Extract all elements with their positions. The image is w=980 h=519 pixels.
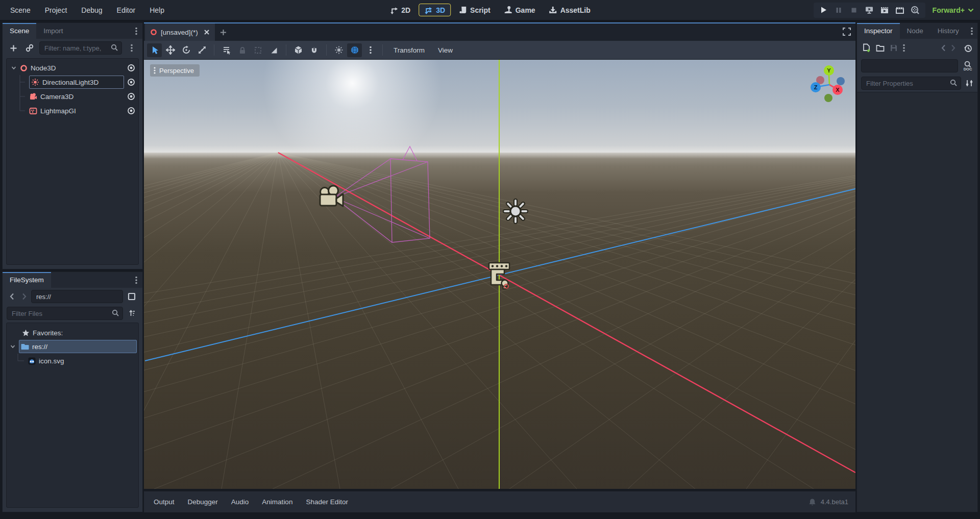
favorites-row[interactable]: Favorites: — [7, 326, 138, 339]
edit-history-icon[interactable] — [964, 44, 972, 53]
viewport-toolbar: Transform View — [144, 41, 855, 60]
right-dock: Inspector Node History DOC — [856, 22, 978, 512]
scene-filter — [39, 41, 122, 55]
history-back-icon[interactable] — [7, 290, 17, 303]
tree-row-node3d[interactable]: Node3D — [7, 61, 138, 75]
tree-row-lightmapgi[interactable]: LightmapGI — [7, 104, 138, 118]
switch-game-button[interactable]: Game — [499, 4, 541, 16]
fs-row-icon-svg[interactable]: icon.svg — [7, 354, 138, 368]
menu-project[interactable]: Project — [38, 0, 75, 20]
instance-scene-icon[interactable] — [23, 41, 36, 55]
panel-audio[interactable]: Audio — [225, 491, 256, 512]
snap-toggle-icon[interactable] — [307, 43, 322, 57]
group-selected-icon[interactable] — [251, 43, 265, 57]
tab-history[interactable]: History — [930, 23, 966, 39]
axis-neg-y-ball[interactable] — [824, 94, 832, 102]
list-select-tool-icon[interactable] — [219, 43, 234, 57]
viewport-3d[interactable]: Y X Z Perspective — [144, 60, 855, 489]
play-button[interactable] — [817, 4, 830, 17]
inspector-name-row: DOC — [857, 57, 977, 75]
ruler-tool-icon[interactable] — [266, 43, 281, 57]
scene-tree-options-icon[interactable] — [125, 41, 138, 55]
filesystem-menu-icon[interactable] — [130, 272, 142, 288]
collapse-arrow-icon[interactable] — [10, 343, 16, 350]
fs-row-res-root[interactable]: res:// — [7, 339, 138, 354]
perspective-menu[interactable]: Perspective — [150, 64, 200, 77]
doc-search-icon[interactable]: DOC — [962, 60, 973, 71]
menu-help[interactable]: Help — [142, 0, 172, 20]
select-tool-icon[interactable] — [147, 43, 162, 57]
view-menu[interactable]: View — [432, 41, 459, 59]
notification-bell-icon[interactable] — [808, 498, 816, 506]
panel-animation[interactable]: Animation — [255, 491, 299, 512]
tab-filesystem[interactable]: FileSystem — [3, 272, 51, 288]
remote-debug-icon[interactable] — [863, 4, 876, 17]
scene-tab-unsaved[interactable]: [unsaved](*) — [145, 23, 215, 41]
switch-2d-button[interactable]: 2D — [384, 4, 415, 16]
new-scene-tab-icon[interactable] — [215, 23, 232, 41]
preview-environment-icon[interactable] — [347, 43, 362, 57]
tree-row-directionallight3d[interactable]: DirectionalLight3D — [7, 75, 138, 89]
edited-object-field[interactable] — [861, 59, 958, 72]
edit-back-icon[interactable] — [941, 44, 946, 52]
tab-inspector[interactable]: Inspector — [857, 23, 900, 39]
inspector-filter-input[interactable] — [861, 77, 961, 90]
tab-import[interactable]: Import — [36, 23, 70, 39]
axis-neg-z-ball[interactable] — [837, 77, 845, 85]
search-icon — [112, 309, 119, 317]
sort-files-icon[interactable] — [125, 307, 138, 320]
fs-filter-input[interactable] — [7, 307, 123, 320]
tab-node[interactable]: Node — [900, 23, 930, 39]
visibility-toggle-icon[interactable] — [127, 78, 135, 86]
panel-output[interactable]: Output — [147, 491, 181, 512]
history-forward-icon[interactable] — [19, 290, 29, 303]
fs-path-input[interactable] — [31, 290, 123, 303]
center-dock: [unsaved](*) Transform View — [144, 22, 855, 512]
menu-debug[interactable]: Debug — [74, 0, 109, 20]
switch-3d-button[interactable]: 3D — [419, 4, 451, 16]
tab-scene[interactable]: Scene — [3, 23, 36, 39]
filesystem-filter-row — [3, 305, 142, 322]
svg-text:Y: Y — [827, 67, 831, 73]
menu-scene[interactable]: Scene — [3, 0, 38, 20]
property-tools-icon[interactable] — [965, 79, 973, 87]
scene-filter-input[interactable] — [39, 41, 122, 55]
rotate-tool-icon[interactable] — [179, 43, 193, 57]
preview-sunlight-icon[interactable] — [331, 43, 346, 57]
local-space-icon[interactable] — [291, 43, 306, 57]
resource-options-icon[interactable] — [903, 44, 905, 52]
inspector-menu-icon[interactable] — [966, 23, 977, 39]
tree-row-camera3d[interactable]: Camera3D — [7, 89, 138, 104]
close-tab-icon[interactable] — [204, 29, 210, 35]
distraction-free-icon[interactable] — [842, 27, 851, 36]
renderer-dropdown[interactable]: Forward+ — [930, 6, 976, 14]
panel-shader-editor[interactable]: Shader Editor — [299, 491, 355, 512]
add-node-button[interactable] — [7, 41, 20, 55]
scale-tool-icon[interactable] — [194, 43, 209, 57]
edit-forward-icon[interactable] — [951, 44, 955, 52]
directionallight3d-gizmo-icon[interactable] — [505, 201, 526, 222]
load-resource-icon[interactable] — [876, 44, 885, 52]
movie-maker-icon[interactable] — [909, 4, 922, 17]
new-resource-icon[interactable] — [862, 43, 871, 53]
play-scene-button[interactable] — [878, 4, 892, 17]
menu-editor[interactable]: Editor — [110, 0, 143, 20]
visibility-toggle-icon[interactable] — [127, 107, 135, 115]
lock-selected-icon[interactable] — [235, 43, 250, 57]
panel-debugger[interactable]: Debugger — [181, 491, 225, 512]
scene-panel-menu-icon[interactable] — [130, 23, 142, 39]
play-custom-scene-button[interactable] — [893, 4, 907, 17]
visibility-toggle-icon[interactable] — [127, 92, 135, 101]
stop-button[interactable] — [847, 4, 861, 17]
pause-button[interactable] — [832, 4, 846, 17]
switch-assetlib-button[interactable]: AssetLib — [544, 4, 596, 16]
move-tool-icon[interactable] — [163, 43, 178, 57]
split-dock-icon[interactable] — [125, 290, 138, 303]
tree-guide — [18, 75, 26, 89]
visibility-toggle-icon[interactable] — [127, 64, 135, 72]
transform-menu[interactable]: Transform — [387, 41, 431, 59]
switch-script-button[interactable]: Script — [454, 4, 496, 16]
viewport-options-icon[interactable] — [363, 43, 378, 57]
collapse-arrow-icon[interactable] — [11, 65, 17, 71]
save-resource-icon[interactable] — [890, 44, 898, 52]
